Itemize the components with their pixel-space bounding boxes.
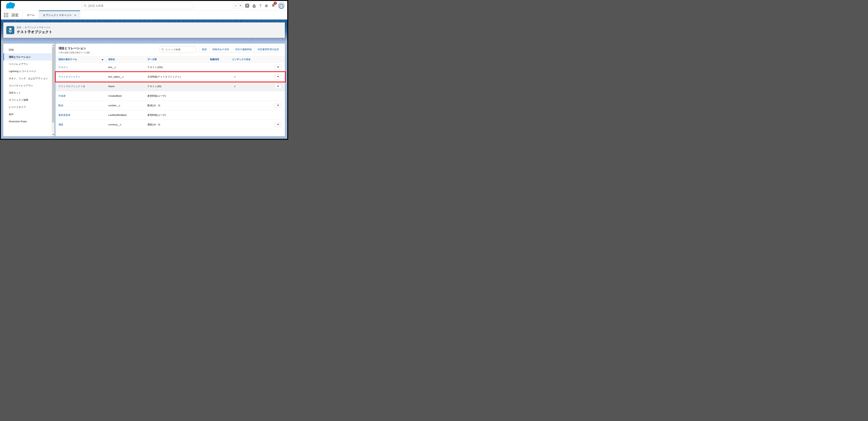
nav-tab-label: オブジェクトマネージャ (43, 13, 72, 17)
sidebar-item-3[interactable]: Lightning レコードページ (3, 68, 52, 75)
sort-asc-icon (102, 59, 103, 60)
favorites-control: ★ (233, 3, 242, 8)
field-data-type: 参照関係(ユーザ) (147, 94, 210, 98)
quick-find-input[interactable] (165, 48, 194, 51)
sidebar-item-1[interactable]: 項目とリレーション (3, 53, 52, 60)
field-label-link[interactable]: 作成者 (58, 94, 66, 97)
breadcrumb-link-object-manager[interactable]: オブジェクトマネージャ (25, 26, 50, 29)
row-actions-dropdown-button[interactable] (275, 74, 281, 79)
quick-create-icon[interactable]: + (245, 4, 249, 8)
indexed-check-icon: ✓ (232, 85, 275, 88)
table-row: テキストtext__cテキスト(255) (56, 62, 285, 72)
sidebar-item-5[interactable]: コンパクトレイアウト (3, 82, 52, 89)
action-button-2[interactable]: 項目の連動関係 (232, 47, 254, 53)
setup-banner: 設定 › オブジェクトマネージャ テスト子オブジェクト (1, 20, 287, 41)
sidebar-item-10[interactable]: Restriction Rules (3, 118, 52, 125)
field-api-name: Name (108, 85, 147, 88)
field-label-link[interactable]: テスト子オブジェクト名 (58, 85, 85, 88)
column-header-label[interactable]: 項目の表示ラベル (58, 58, 77, 61)
sidebar-item-6[interactable]: 項目セット (3, 89, 52, 96)
scrollbar-thumb[interactable] (52, 47, 54, 123)
nav-tab-1[interactable]: オブジェクトマネージャ (39, 10, 80, 20)
breadcrumb-card: 設定 › オブジェクトマネージャ テスト子オブジェクト (3, 23, 285, 38)
panel-title: 項目とリレーション (58, 46, 90, 50)
field-api-name: text__c (108, 66, 147, 68)
field-label-link[interactable]: テキスト (58, 66, 68, 68)
sidebar-item-2[interactable]: ページレイアウト (3, 60, 52, 68)
help-icon[interactable]: ? (259, 3, 261, 8)
row-actions-dropdown-button[interactable] (275, 103, 281, 108)
field-data-type: テキスト(80) (147, 85, 210, 88)
content-area: 詳細項目とリレーションページレイアウトLightning レコードページボタン、… (1, 41, 287, 139)
nav-tab-0[interactable]: ホーム (23, 10, 39, 20)
field-data-type: 数値(18、0) (147, 104, 210, 107)
table-row: テストオブジェクトtest_object__c主従関係(テストオブジェクト)✓ (56, 72, 285, 82)
breadcrumb: 設定 › オブジェクトマネージャ (17, 26, 52, 29)
sidebar-item-7[interactable]: オブジェクト制限 (3, 96, 52, 103)
scroll-up-icon[interactable] (52, 44, 54, 47)
chevron-down-icon[interactable] (74, 14, 76, 16)
field-label-link[interactable]: 最終更新者 (58, 114, 70, 116)
dropdown-arrow-icon (277, 105, 279, 106)
table-header-row: 項目の表示ラベル 項目名 データ型 制御項目 インデックス付き (56, 56, 285, 62)
search-icon (84, 4, 87, 7)
quick-find-box (159, 46, 197, 53)
field-api-name: test_object__c (108, 76, 147, 78)
search-icon (161, 48, 164, 51)
favorite-star-icon[interactable]: ★ (233, 3, 238, 8)
column-header-indexed[interactable]: インデックス付き (232, 58, 275, 61)
sidebar-item-4[interactable]: ボタン、リンク、およびアクション (3, 75, 52, 82)
setup-nav-bar: 設定 ホームオブジェクトマネージャ (1, 10, 287, 20)
sidebar-scrollbar[interactable] (52, 43, 54, 136)
field-api-name: number__c (108, 104, 147, 107)
user-avatar[interactable] (278, 2, 285, 9)
field-data-type: 主従関係(テストオブジェクト) (147, 75, 210, 79)
sidebar-item-0[interactable]: 詳細 (3, 46, 52, 53)
app-launcher-icon[interactable] (4, 13, 8, 17)
field-api-name: LastModifiedById (108, 114, 147, 116)
dropdown-arrow-icon (277, 66, 279, 68)
nav-tab-label: ホーム (27, 13, 35, 17)
table-row: テスト子オブジェクト名Nameテキスト(80)✓ (56, 82, 285, 91)
field-data-type: テキスト(255) (147, 66, 210, 69)
global-search-input[interactable] (88, 4, 191, 7)
sidebar-item-8[interactable]: レコードタイプ (3, 103, 52, 111)
fields-table: 項目の表示ラベル 項目名 データ型 制御項目 インデックス付き テキストtext… (56, 56, 285, 129)
table-body: テキストtext__cテキスト(255)テストオブジェクトtest_object… (56, 62, 285, 129)
action-button-1[interactable]: 削除済みの項目 (210, 47, 232, 53)
notifications-control[interactable]: 2 (271, 3, 275, 8)
field-data-type: 通貨(18、0) (147, 123, 210, 126)
scroll-down-icon[interactable] (52, 133, 54, 136)
table-row: 最終更新者LastModifiedById参照関係(ユーザ) (56, 110, 285, 120)
field-label-link[interactable]: 通貨 (58, 123, 63, 126)
panel-subtitle: 7 件の項目 (項目の表示ラベル順) (58, 51, 90, 54)
object-manager-icon (6, 26, 14, 34)
panel-buttons: 新規削除済みの項目項目の連動関係項目履歴管理の設定 (199, 47, 282, 53)
fields-panel: 項目とリレーション 7 件の項目 (項目の表示ラベル順) 新規削除済みの項目項目… (56, 43, 285, 136)
column-header-data-type[interactable]: データ型 (147, 58, 210, 61)
row-actions-dropdown-button[interactable] (275, 84, 281, 89)
sidebar-list: 詳細項目とリレーションページレイアウトLightning レコードページボタン、… (3, 46, 52, 125)
action-button-3[interactable]: 項目履歴管理の設定 (255, 47, 282, 53)
field-label-link[interactable]: 数値 (58, 104, 63, 107)
global-header: ★ + ? 2 (1, 1, 287, 10)
action-button-0[interactable]: 新規 (199, 47, 210, 53)
guidance-center-icon[interactable] (252, 3, 256, 8)
table-row: 作成者CreatedById参照関係(ユーザ) (56, 91, 285, 101)
row-actions-dropdown-button[interactable] (275, 65, 281, 70)
field-label-link[interactable]: テストオブジェクト (58, 76, 81, 78)
object-sidebar: 詳細項目とリレーションページレイアウトLightning レコードページボタン、… (3, 43, 54, 136)
column-header-controlling[interactable]: 制御項目 (210, 58, 232, 61)
column-header-api-name[interactable]: 項目名 (108, 58, 147, 61)
dropdown-arrow-icon (277, 124, 279, 125)
row-actions-dropdown-button[interactable] (275, 122, 281, 127)
breadcrumb-separator: › (23, 26, 23, 29)
panel-header: 項目とリレーション 7 件の項目 (項目の表示ラベル順) 新規削除済みの項目項目… (56, 43, 285, 56)
setup-gear-icon[interactable] (264, 4, 269, 8)
favorites-dropdown-icon[interactable] (238, 3, 242, 8)
nav-tabs: ホームオブジェクトマネージャ (23, 10, 80, 20)
breadcrumb-link-setup[interactable]: 設定 (17, 26, 21, 29)
dropdown-arrow-icon (277, 76, 279, 78)
sidebar-item-9[interactable]: 条件 (3, 111, 52, 118)
table-row: 通貨currency__c通貨(18、0) (56, 120, 285, 129)
